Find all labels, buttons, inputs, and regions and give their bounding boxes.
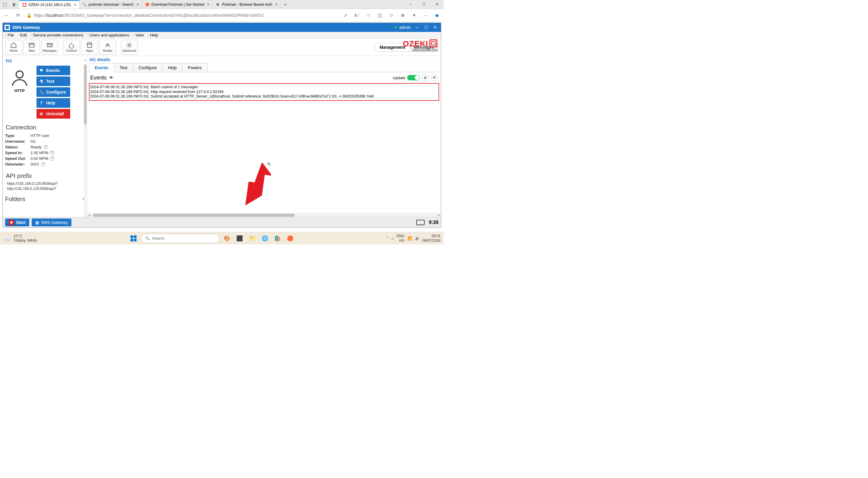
window-icon: ▦: [35, 220, 39, 225]
tray-volume-icon[interactable]: 🔊: [415, 236, 420, 240]
subtab-events[interactable]: Events: [89, 63, 114, 72]
menu-help[interactable]: Help: [146, 33, 160, 37]
app-close-button[interactable]: ✕: [431, 25, 439, 30]
new-tab-button[interactable]: +: [281, 2, 289, 7]
windows-start-icon[interactable]: [128, 233, 138, 243]
refresh-button[interactable]: ⟳: [431, 74, 438, 81]
menu-users-apps[interactable]: Users and applications: [86, 33, 131, 37]
app-titlebar: SMS Gateway admin ─ ☐ ✕: [3, 23, 441, 32]
keyboard-icon[interactable]: [416, 220, 425, 225]
subtab-powers[interactable]: Powers: [182, 63, 208, 72]
taskbar-postman-icon[interactable]: [285, 233, 296, 243]
tray-chevron-icon[interactable]: ˄: [387, 236, 389, 240]
tool-home[interactable]: Home: [5, 40, 22, 55]
profile-icon[interactable]: ◯: [0, 0, 10, 9]
app-user-label[interactable]: admin: [399, 25, 411, 30]
subtab-configure[interactable]: Configure: [133, 63, 163, 72]
taskbar-taskview-icon[interactable]: ⬛: [235, 233, 245, 243]
scroll-left-icon[interactable]: ◂: [87, 213, 91, 217]
eye-icon[interactable]: 👁: [109, 75, 113, 80]
sidebar-uninstall-button[interactable]: ⊘Uninstall: [36, 109, 70, 118]
menu-service-provider[interactable]: Service provider connections: [29, 33, 85, 37]
right-tab-management[interactable]: Management: [375, 43, 410, 52]
flask-icon: ⚗: [39, 79, 44, 84]
help-icon[interactable]: ?: [50, 151, 54, 155]
start-button[interactable]: Start: [5, 218, 29, 226]
tool-label: Advanced: [123, 49, 136, 53]
weather-widget[interactable]: ☁️ 27°CTöbbny. felhős: [3, 234, 37, 243]
sidebar-configure-button[interactable]: 🔧Configure: [36, 87, 70, 97]
taskbar-edge-icon[interactable]: 🌐: [260, 233, 270, 243]
help-icon[interactable]: ?: [50, 157, 54, 161]
read-aloud-icon[interactable]: A⁺: [352, 10, 362, 20]
help-icon[interactable]: ?: [44, 145, 48, 149]
app-mode-icon[interactable]: ⤢: [341, 10, 350, 20]
menu-bar: File Edit Service provider connections U…: [3, 32, 441, 38]
right-tab-messages[interactable]: Messages: [410, 43, 438, 52]
tool-messages[interactable]: Messages: [41, 40, 58, 55]
favorite-icon[interactable]: ☆: [364, 10, 373, 20]
sidebar-events-button[interactable]: ⚑Events: [36, 66, 70, 75]
main-horizontal-scrollbar[interactable]: ◂ ▸: [87, 213, 441, 217]
task-sms-gateway[interactable]: ▦SMS Gateway: [32, 218, 71, 226]
tray-drive-icon[interactable]: ⌂: [392, 236, 394, 240]
subtab-test[interactable]: Test: [114, 63, 133, 72]
k-status: Status:: [5, 145, 30, 149]
sidebar-test-button[interactable]: ⚗Test: [36, 76, 70, 86]
tab-close-icon[interactable]: ✕: [206, 2, 211, 7]
sidebar-scrollbar[interactable]: ▴: [84, 64, 87, 217]
k-username: Username:: [5, 139, 30, 144]
tab-actions-icon[interactable]: ◧: [10, 0, 19, 9]
split-screen-icon[interactable]: ◫: [375, 10, 384, 20]
minimize-button[interactable]: ─: [404, 0, 417, 9]
favorites-bar-icon[interactable]: ✩: [386, 10, 396, 20]
menu-view[interactable]: View: [132, 33, 146, 37]
close-button[interactable]: ✕: [430, 0, 444, 9]
tab-postman-auth[interactable]: 🗎 Postman - Browser Based Auth ✕: [213, 0, 281, 9]
tool-apps[interactable]: Apps: [81, 40, 98, 55]
update-toggle[interactable]: [407, 75, 420, 80]
menu-edit[interactable]: Edit: [16, 33, 29, 37]
tab-label: Postman - Browser Based Auth: [222, 2, 272, 7]
refresh-button[interactable]: ⟳: [13, 10, 23, 20]
extensions-icon[interactable]: ✶: [409, 10, 419, 20]
help-icon[interactable]: ?: [41, 162, 45, 166]
scroll-right-icon[interactable]: ▸: [437, 213, 441, 217]
folders-label: Folders: [5, 196, 25, 203]
tab-close-icon[interactable]: ✕: [135, 2, 140, 7]
maximize-button[interactable]: ☐: [417, 0, 430, 9]
api-prefix-heading: API prefix: [6, 172, 86, 179]
app-window-controls: ─ ☐ ✕: [413, 25, 439, 30]
url-field[interactable]: 🔒 https://localhost:9515/SMS_Gateway/?a=…: [25, 11, 339, 20]
tab-ozeki[interactable]: OZEKI 10 (192.168.0.125) ✕: [19, 0, 80, 9]
tab-postman-dl[interactable]: Download Postman | Get Started ✕: [142, 0, 213, 9]
tray-date: 08/07/2024: [423, 238, 441, 243]
tab-close-icon[interactable]: ✕: [274, 2, 279, 7]
tool-advanced[interactable]: Advanced: [121, 40, 138, 55]
tray-wifi-icon[interactable]: 📶: [407, 236, 412, 240]
app-maximize-button[interactable]: ☐: [422, 25, 430, 30]
sidebar-help-button[interactable]: ?Help: [36, 98, 70, 108]
app-minimize-button[interactable]: ─: [413, 25, 421, 30]
collections-icon[interactable]: ⊕: [398, 10, 407, 20]
scroll-thumb[interactable]: [93, 214, 295, 217]
clear-button[interactable]: ⊘: [422, 74, 429, 81]
update-label: Update: [393, 75, 405, 80]
copilot-icon[interactable]: ◆: [432, 10, 442, 20]
menu-icon[interactable]: ⋯: [421, 10, 430, 20]
taskbar-search[interactable]: 🔍Search: [141, 234, 219, 243]
back-button[interactable]: ←: [2, 10, 11, 20]
taskbar-widget-icon[interactable]: 🎨: [222, 233, 232, 243]
menu-file[interactable]: File: [4, 33, 16, 37]
tool-routes[interactable]: Routes: [99, 40, 116, 55]
tool-connect[interactable]: Connect: [63, 40, 80, 55]
subtab-help[interactable]: Help: [162, 63, 182, 72]
connection-table: Type:HTTP user Username:ht1 Status:Ready…: [5, 133, 86, 167]
taskbar-explorer-icon[interactable]: 📁: [247, 233, 257, 243]
taskbar-store-icon[interactable]: 🛍️: [273, 233, 283, 243]
tab-search[interactable]: 🔍 postman download - Search ✕: [80, 0, 142, 9]
tab-close-icon[interactable]: ✕: [73, 3, 78, 7]
tool-new[interactable]: New: [23, 40, 40, 55]
system-tray[interactable]: ˄ ⌂ ENGHU 📶 🔊 09:3108/07/2024: [387, 234, 441, 243]
svg-rect-1: [23, 4, 26, 6]
